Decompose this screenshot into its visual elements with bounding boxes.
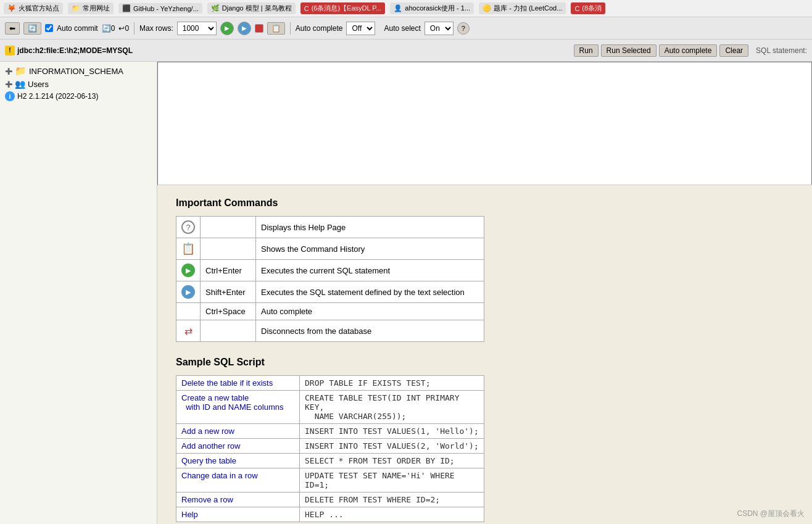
tab-github[interactable]: ⬛ GitHub - YeYzheng/...	[118, 3, 202, 14]
command-row-history: 📋 Shows the Command History	[176, 238, 484, 260]
sql-row-drop: Delete the table if it exists DROP TABLE…	[176, 376, 484, 391]
run-green-icon: ▶	[181, 264, 195, 277]
sql-link-insert2[interactable]: Add another row	[181, 441, 240, 451]
auto-complete-select[interactable]: Off On	[346, 22, 375, 35]
info-icon: i	[5, 91, 15, 101]
version-label: H2 2.1.214 (2022-06-13)	[17, 92, 98, 101]
stop-btn-toolbar[interactable]	[255, 24, 263, 33]
run-button[interactable]: Run	[574, 44, 599, 57]
command-row-help: ? Displays this Help Page	[176, 217, 484, 238]
main-layout: ➕ 📁 INFORMATION_SCHEMA ➕ 👥 Users i H2 2.…	[0, 62, 812, 524]
auto-complete-button[interactable]: Auto complete	[659, 44, 718, 57]
sql-code-delete: DELETE FROM TEST WHERE ID=2;	[300, 493, 484, 507]
sidebar-users-item[interactable]: ➕ 👥 Users	[0, 78, 157, 90]
main-toolbar: ⬅ 🔄 Auto commit 🔄0 ↩0 Max rows: 1000 100…	[0, 17, 812, 40]
sql-row-create: Create a new table with ID and NAME colu…	[176, 391, 484, 424]
command-row-run: ▶ Ctrl+Enter Executes the current SQL st…	[176, 260, 484, 281]
sql-code-drop: DROP TABLE IF EXISTS TEST;	[300, 376, 484, 391]
connection-bar: ! jdbc:h2:file:E:\h2;MODE=MYSQL Run Run …	[0, 40, 812, 62]
run-blue-icon: ▶	[181, 285, 195, 299]
auto-complete-label: Auto complete	[296, 24, 343, 33]
cmd-desc-run-selected: Executes the SQL statement defined by th…	[256, 281, 484, 303]
schema-label: INFORMATION_SCHEMA	[29, 67, 123, 76]
commit-count: 🔄0	[102, 24, 115, 33]
cmd-shortcut-disconnect	[201, 320, 256, 342]
auto-commit-text: Auto commit	[57, 24, 98, 33]
conn-icon: !	[5, 46, 15, 56]
sql-row-help: Help HELP ...	[176, 507, 484, 522]
history-btn-toolbar[interactable]: 📋	[267, 22, 285, 35]
command-row-disconnect: ⇄ Disconnects from the database	[176, 320, 484, 342]
cmd-desc-disconnect: Disconnects from the database	[256, 320, 484, 342]
sql-row-delete: Remove a row DELETE FROM TEST WHERE ID=2…	[176, 493, 484, 507]
auto-commit-checkbox[interactable]	[45, 24, 53, 32]
expand-icon: ➕	[5, 68, 12, 75]
help-btn-toolbar[interactable]: ?	[457, 22, 470, 35]
sql-link-delete[interactable]: Remove a row	[181, 495, 233, 504]
command-row-run-selected: ▶ Shift+Enter Executes the SQL statement…	[176, 281, 484, 303]
cmd-desc-autocomplete: Auto complete	[256, 303, 484, 320]
content-area: Important Commands ? Displays this Help …	[157, 62, 812, 524]
sql-row-select: Query the table SELECT * FROM TEST ORDER…	[176, 454, 484, 468]
sql-link-drop[interactable]: Delete the table if it exists	[181, 378, 273, 388]
tab-easydl[interactable]: C (6条消息)【EasyDL P...	[300, 2, 386, 14]
watermark: CSDN @屋顶会看火	[737, 509, 805, 519]
run-selected-button[interactable]: Run Selected	[601, 44, 657, 57]
users-expand-icon: ➕	[5, 81, 12, 88]
sql-code-help: HELP ...	[300, 507, 484, 522]
folder-icon: 📁	[15, 65, 27, 77]
sql-link-insert1[interactable]: Add a new row	[181, 426, 234, 436]
cmd-desc-history: Shows the Command History	[256, 238, 484, 260]
sql-row-insert2: Add another row INSERT INTO TEST VALUES(…	[176, 439, 484, 454]
command-row-autocomplete: Ctrl+Space Auto complete	[176, 303, 484, 320]
cmd-shortcut-run-selected: Shift+Enter	[201, 281, 256, 303]
sql-code-insert2: INSERT INTO TEST VALUES(2, 'World');	[300, 439, 484, 454]
run-selected-btn-toolbar[interactable]: ▶	[238, 22, 251, 35]
sql-code-create: CREATE TABLE TEST(ID INT PRIMARY KEY, NA…	[300, 391, 484, 424]
tab-firefox[interactable]: 🦊 火狐官方站点	[4, 2, 63, 14]
toolbar-divider-1	[134, 22, 135, 35]
help-content: Important Commands ? Displays this Help …	[157, 185, 812, 524]
important-commands-title: Important Commands	[176, 198, 793, 209]
history-icon: 📋	[181, 242, 195, 256]
auto-select-label: Auto select	[384, 24, 420, 33]
tab-common[interactable]: 📁 常用网址	[68, 2, 114, 14]
sql-editor[interactable]	[157, 62, 812, 185]
toolbar-divider-2	[290, 22, 291, 35]
disconnect-icon: ⇄	[181, 324, 195, 338]
tab-ahoc[interactable]: 👤 ahocorasick使用 - 1...	[390, 2, 474, 14]
cmd-shortcut-history	[201, 238, 256, 260]
cmd-desc-run: Executes the current SQL statement	[256, 260, 484, 281]
cmd-shortcut-help	[201, 217, 256, 238]
rollback-count: ↩0	[118, 24, 129, 33]
sql-link-help[interactable]: Help	[181, 510, 198, 519]
sql-row-update: Change data in a row UPDATE TEST SET NAM…	[176, 468, 484, 493]
sql-code-insert1: INSERT INTO TEST VALUES(1, 'Hello');	[300, 424, 484, 439]
sql-link-create[interactable]: Create a new table with ID and NAME colu…	[181, 393, 283, 412]
tab-leetcode[interactable]: 🟡 题库 - 力扣 (LeetCod...	[479, 2, 566, 14]
sql-code-select: SELECT * FROM TEST ORDER BY ID;	[300, 454, 484, 468]
cmd-shortcut-autocomplete: Ctrl+Space	[201, 303, 256, 320]
sql-link-update[interactable]: Change data in a row	[181, 471, 258, 480]
users-icon: 👥	[15, 79, 25, 89]
max-rows-select[interactable]: 1000 100 10000	[177, 22, 217, 35]
help-icon: ?	[181, 220, 195, 234]
cmd-desc-help: Displays this Help Page	[256, 217, 484, 238]
clear-button[interactable]: Clear	[719, 44, 748, 57]
run-btn-toolbar[interactable]: ▶	[220, 22, 234, 35]
sql-code-update: UPDATE TEST SET NAME='Hi' WHERE ID=1;	[300, 468, 484, 493]
toolbar-refresh-btn[interactable]: 🔄	[23, 22, 41, 35]
tab-django[interactable]: 🌿 Django 模型 | 菜鸟教程	[207, 2, 296, 14]
connection-string: jdbc:h2:file:E:\h2;MODE=MYSQL	[17, 46, 133, 55]
cmd-shortcut-run: Ctrl+Enter	[201, 260, 256, 281]
tab-extra[interactable]: C (8条消	[571, 2, 605, 14]
sample-sql-title: Sample SQL Script	[176, 357, 793, 368]
auto-select-select[interactable]: On Off	[425, 22, 454, 35]
sidebar-version-item: i H2 2.1.214 (2022-06-13)	[0, 90, 157, 102]
sql-samples-table: Delete the table if it exists DROP TABLE…	[176, 375, 484, 522]
sql-link-select[interactable]: Query the table	[181, 456, 236, 465]
sidebar-schema-item[interactable]: ➕ 📁 INFORMATION_SCHEMA	[0, 64, 157, 78]
toolbar-back-btn[interactable]: ⬅	[5, 22, 20, 35]
commands-table: ? Displays this Help Page 📋 Shows the Co…	[176, 216, 484, 342]
sql-statement-label: SQL statement:	[756, 46, 807, 55]
